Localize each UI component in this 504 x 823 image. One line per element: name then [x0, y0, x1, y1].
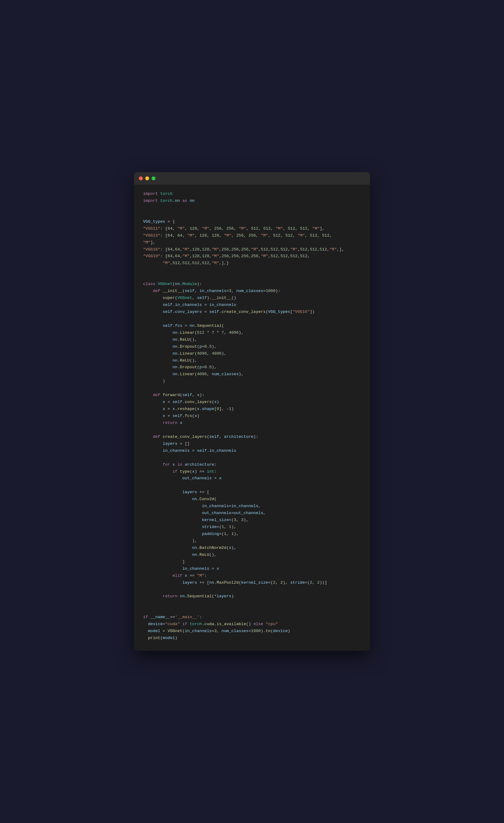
code-editor-window: import torch import torch.nn as nn VGG_t… [134, 172, 370, 651]
maximize-button[interactable] [152, 176, 156, 180]
titlebar [134, 172, 370, 185]
code-content: import torch import torch.nn as nn VGG_t… [134, 185, 370, 651]
close-button[interactable] [139, 176, 143, 180]
minimize-button[interactable] [145, 176, 149, 180]
